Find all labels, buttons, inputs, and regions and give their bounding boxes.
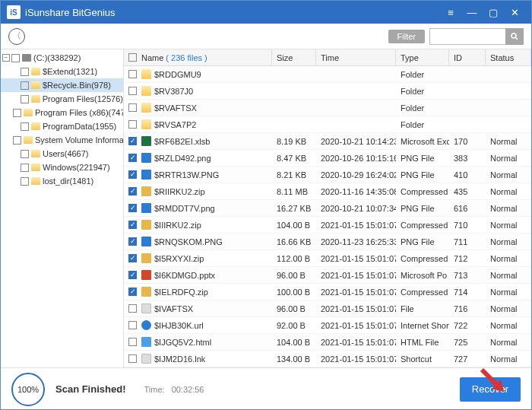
table-row[interactable]: $RMDDT7V.png16.27 KB2020-10-21 10:07:34P… bbox=[124, 200, 531, 217]
row-checkbox[interactable] bbox=[128, 338, 137, 346]
checkbox[interactable] bbox=[11, 54, 20, 62]
tree-item[interactable]: ProgramData(1955) bbox=[1, 119, 123, 133]
tree-item[interactable]: Users(4667) bbox=[1, 147, 123, 161]
table-row[interactable]: $RZLD492.png8.47 KB2020-10-26 10:15:16PN… bbox=[124, 150, 531, 167]
tree-item[interactable]: Windows(221947) bbox=[1, 161, 123, 174]
checkbox[interactable] bbox=[21, 68, 29, 76]
search-button[interactable] bbox=[505, 28, 524, 45]
folder-tree[interactable]: − (C:)(338292) $Extend(1321)$Recycle.Bin… bbox=[1, 49, 124, 367]
row-checkbox[interactable] bbox=[128, 137, 137, 145]
checkbox[interactable] bbox=[21, 81, 29, 90]
tree-root[interactable]: − (C:)(338292) bbox=[1, 51, 123, 65]
row-checkbox[interactable] bbox=[128, 221, 137, 229]
row-checkbox[interactable] bbox=[128, 103, 137, 112]
file-size: 8.11 MB bbox=[272, 187, 316, 196]
table-row[interactable]: $RVAFTSXFolder bbox=[124, 100, 531, 116]
table-row[interactable]: $IHJB30K.url92.00 B2021-01-15 15:01:07In… bbox=[124, 317, 531, 334]
file-type: Compressed ( bbox=[396, 254, 449, 263]
filter-button[interactable]: Filter bbox=[388, 30, 425, 43]
table-row[interactable]: $RDDGMU9Folder bbox=[124, 66, 531, 83]
back-button[interactable]: 〈 bbox=[8, 28, 25, 45]
file-type-icon bbox=[141, 354, 151, 364]
row-checkbox[interactable] bbox=[128, 321, 137, 329]
table-row[interactable]: $RV387J0Folder bbox=[124, 83, 531, 100]
footer: 100% Scan Finished! Time: 00:32:56 Recov… bbox=[1, 367, 531, 410]
col-time[interactable]: Time bbox=[316, 49, 396, 65]
table-row[interactable]: $RIIRKU2.zip8.11 MB2020-11-16 14:35:08Co… bbox=[124, 183, 531, 200]
row-checkbox[interactable] bbox=[128, 170, 137, 179]
row-checkbox[interactable] bbox=[128, 271, 137, 279]
table-row[interactable]: $RRTR13W.PNG8.21 KB2020-10-29 16:24:02PN… bbox=[124, 167, 531, 183]
collapse-icon[interactable]: − bbox=[2, 54, 10, 62]
app-logo-icon: iS bbox=[7, 5, 21, 19]
file-type: HTML File bbox=[396, 338, 449, 347]
file-name: $RZLD492.png bbox=[154, 154, 211, 163]
table-body[interactable]: $RDDGMU9Folder$RV387J0Folder$RVAFTSXFold… bbox=[124, 66, 531, 367]
table-row[interactable]: $IIIRKU2.zip104.00 B2021-01-15 15:01:07C… bbox=[124, 217, 531, 234]
file-id: 727 bbox=[449, 354, 486, 364]
row-checkbox[interactable] bbox=[128, 204, 137, 212]
row-checkbox[interactable] bbox=[128, 187, 137, 195]
checkbox[interactable] bbox=[21, 150, 29, 158]
checkbox[interactable] bbox=[13, 136, 21, 145]
search-icon bbox=[510, 32, 519, 41]
maximize-button[interactable]: ▢ bbox=[483, 7, 504, 18]
col-status[interactable]: Status bbox=[486, 49, 531, 65]
close-button[interactable]: ✕ bbox=[504, 7, 525, 18]
file-id: 383 bbox=[449, 154, 486, 163]
tree-item[interactable]: Program Files (x86)(7470) bbox=[1, 106, 123, 119]
file-size: 8.47 KB bbox=[272, 154, 316, 163]
tree-item[interactable]: $Recycle.Bin(978) bbox=[1, 78, 123, 92]
file-id: 711 bbox=[449, 237, 486, 246]
tree-item[interactable]: lost_dir(1481) bbox=[1, 174, 123, 188]
tree-item[interactable]: $Extend(1321) bbox=[1, 65, 123, 78]
toolbar: 〈 Filter bbox=[1, 24, 531, 49]
file-name: $IHJB30K.url bbox=[154, 321, 204, 330]
file-name: $IJM2D16.lnk bbox=[154, 354, 205, 364]
search-input[interactable] bbox=[429, 28, 505, 45]
row-checkbox[interactable] bbox=[128, 354, 137, 363]
table-row[interactable]: $IJM2D16.lnk134.00 B2021-01-15 15:01:07S… bbox=[124, 351, 531, 367]
table-row[interactable]: $IJGQ5V2.html104.00 B2021-01-15 15:01:07… bbox=[124, 334, 531, 351]
menu-icon[interactable]: ≡ bbox=[440, 7, 461, 18]
col-size[interactable]: Size bbox=[272, 49, 316, 65]
checkbox[interactable] bbox=[21, 95, 29, 103]
file-time: 2021-01-15 15:01:07 bbox=[316, 304, 396, 313]
file-type-icon bbox=[141, 69, 151, 79]
file-size: 134.00 B bbox=[272, 354, 316, 364]
table-row[interactable]: $IELRDFQ.zip100.00 B2021-01-15 15:01:07C… bbox=[124, 284, 531, 300]
checkbox[interactable] bbox=[13, 109, 21, 117]
row-checkbox[interactable] bbox=[128, 87, 137, 95]
row-checkbox[interactable] bbox=[128, 70, 137, 78]
table-row[interactable]: $I5RXYXI.zip112.00 B2021-01-15 15:01:07C… bbox=[124, 250, 531, 267]
row-checkbox[interactable] bbox=[128, 254, 137, 262]
file-type-icon bbox=[141, 153, 151, 163]
col-name[interactable]: Name ( 236 files ) bbox=[124, 49, 272, 65]
col-type[interactable]: Type bbox=[396, 49, 449, 65]
file-time: 2020-10-26 10:15:16 bbox=[316, 154, 396, 163]
row-checkbox[interactable] bbox=[128, 288, 137, 296]
col-id[interactable]: ID bbox=[449, 49, 486, 65]
table-row[interactable]: $RF6B2EI.xlsb8.19 KB2020-10-21 10:14:23M… bbox=[124, 133, 531, 150]
select-all-checkbox[interactable] bbox=[128, 53, 137, 62]
row-checkbox[interactable] bbox=[128, 154, 137, 162]
row-checkbox[interactable] bbox=[128, 304, 137, 313]
file-type: PNG File bbox=[396, 154, 449, 163]
file-id: 716 bbox=[449, 304, 486, 313]
recover-button[interactable]: Recover bbox=[460, 377, 521, 402]
file-type-icon bbox=[141, 304, 151, 313]
table-row[interactable]: $RVSA7P2Folder bbox=[124, 116, 531, 133]
file-time: 2021-01-15 15:01:07 bbox=[316, 271, 396, 280]
file-type: Microsoft Exc bbox=[396, 137, 449, 146]
checkbox[interactable] bbox=[21, 164, 29, 172]
row-checkbox[interactable] bbox=[128, 120, 137, 129]
row-checkbox[interactable] bbox=[128, 237, 137, 246]
table-row[interactable]: $IVAFTSX96.00 B2021-01-15 15:01:07File71… bbox=[124, 300, 531, 317]
table-row[interactable]: $RNQSKOM.PNG16.66 KB2020-11-23 16:25:33P… bbox=[124, 234, 531, 250]
checkbox[interactable] bbox=[21, 177, 29, 186]
checkbox[interactable] bbox=[21, 122, 29, 131]
tree-item[interactable]: Program Files(12576) bbox=[1, 92, 123, 106]
minimize-button[interactable]: — bbox=[461, 7, 483, 18]
tree-item[interactable]: System Volume Information(6) bbox=[1, 133, 123, 147]
table-row[interactable]: $I6KDMGD.pptx96.00 B2021-01-15 15:01:07M… bbox=[124, 267, 531, 284]
